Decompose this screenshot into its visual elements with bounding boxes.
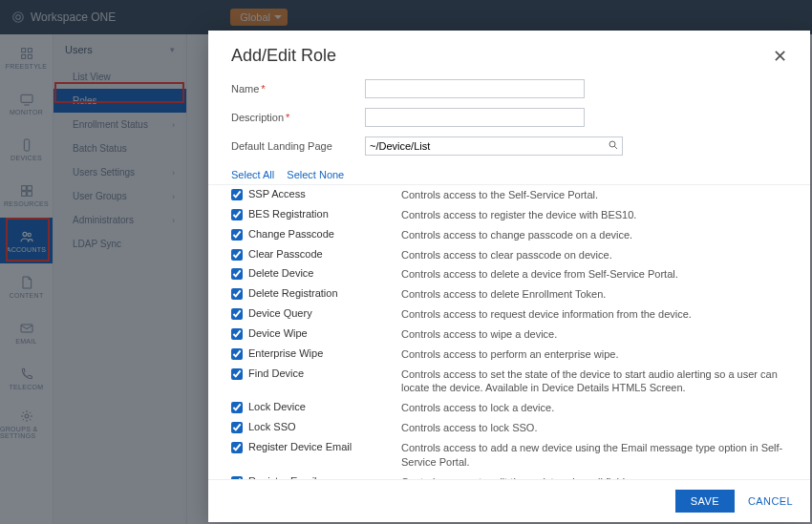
permission-row: SSP AccessControls access to the Self-Se… xyxy=(231,185,787,205)
permissions-list: SSP AccessControls access to the Self-Se… xyxy=(208,184,810,479)
permission-checkbox[interactable] xyxy=(231,402,243,413)
permission-description: Controls access to lock SSO. xyxy=(401,421,787,435)
permission-name: Delete Device xyxy=(248,267,401,279)
search-icon[interactable] xyxy=(608,139,619,151)
permission-description: Controls access to clear passcode on dev… xyxy=(401,248,787,262)
permission-name: BES Registration xyxy=(248,208,401,220)
permission-description: Controls access to register the device w… xyxy=(401,208,787,222)
permission-checkbox[interactable] xyxy=(231,189,243,200)
permission-description: Controls access to request device inform… xyxy=(401,307,787,322)
permission-name: Find Device xyxy=(248,367,401,379)
description-label: Description xyxy=(231,112,284,123)
permission-description: Controls access to the Self-Service Port… xyxy=(401,188,787,202)
permission-name: Lock SSO xyxy=(248,421,401,432)
permission-row: BES RegistrationControls access to regis… xyxy=(231,205,787,225)
permission-checkbox[interactable] xyxy=(231,368,243,380)
permission-checkbox[interactable] xyxy=(231,308,243,320)
permission-checkbox[interactable] xyxy=(231,348,243,360)
select-all-link[interactable]: Select All xyxy=(231,169,274,180)
permission-row: Clear PasscodeControls access to clear p… xyxy=(231,245,787,265)
name-label: Name xyxy=(231,83,259,94)
cancel-button[interactable]: CANCEL xyxy=(748,495,793,507)
permission-name: Change Passcode xyxy=(248,228,401,240)
permission-row: Enterprise WipeControls access to perfor… xyxy=(231,345,787,365)
permission-name: Delete Registration xyxy=(248,287,401,299)
permission-description: Controls access to set the state of the … xyxy=(401,367,787,396)
permission-checkbox[interactable] xyxy=(231,288,243,300)
permission-name: SSP Access xyxy=(248,188,401,199)
permission-checkbox[interactable] xyxy=(231,442,243,453)
permission-description: Controls access to wipe a device. xyxy=(401,327,787,342)
permission-description: Controls access to perform an enterprise… xyxy=(401,347,787,362)
permission-row: Delete RegistrationControls access to de… xyxy=(231,284,787,304)
landing-page-input[interactable] xyxy=(365,136,623,156)
landing-page-label: Default Landing Page xyxy=(231,140,332,152)
permission-checkbox[interactable] xyxy=(231,328,243,340)
permission-row: Delete DeviceControls access to delete a… xyxy=(231,264,787,284)
permission-name: Clear Passcode xyxy=(248,248,401,260)
permission-name: Enterprise Wipe xyxy=(248,347,401,359)
permission-description: Controls access to change passcode on a … xyxy=(401,228,787,242)
required-icon: * xyxy=(286,112,289,123)
close-icon[interactable]: ✕ xyxy=(773,48,787,65)
permission-row: Register EmailControls access to edit th… xyxy=(231,472,787,479)
description-input[interactable] xyxy=(365,108,585,127)
permission-checkbox[interactable] xyxy=(231,422,243,433)
required-icon: * xyxy=(261,83,265,94)
permission-row: Device QueryControls access to request d… xyxy=(231,304,787,325)
permission-row: Register Device EmailControls access to … xyxy=(231,438,787,472)
permission-row: Change PasscodeControls access to change… xyxy=(231,225,787,245)
permission-name: Register Device Email xyxy=(248,441,401,452)
svg-point-17 xyxy=(609,141,615,147)
save-button[interactable]: SAVE xyxy=(675,490,735,513)
permission-description: Controls access to add a new device usin… xyxy=(401,441,787,470)
permission-row: Lock DeviceControls access to lock a dev… xyxy=(231,398,787,418)
add-edit-role-modal: Add/Edit Role ✕ Name* Description* Defau… xyxy=(208,31,810,522)
permission-checkbox[interactable] xyxy=(231,268,243,280)
permission-name: Device Wipe xyxy=(248,327,401,339)
permission-row: Find DeviceControls access to set the st… xyxy=(231,365,787,399)
name-input[interactable] xyxy=(365,79,585,98)
permission-description: Controls access to delete a device from … xyxy=(401,267,787,282)
permission-description: Controls access to delete Enrollment Tok… xyxy=(401,287,787,302)
modal-title: Add/Edit Role xyxy=(231,46,336,66)
select-none-link[interactable]: Select None xyxy=(287,169,344,180)
permission-row: Lock SSOControls access to lock SSO. xyxy=(231,418,787,438)
permission-row: Device WipeControls access to wipe a dev… xyxy=(231,325,787,345)
permission-checkbox[interactable] xyxy=(231,249,243,261)
permission-description: Controls access to lock a device. xyxy=(401,401,787,415)
permission-name: Lock Device xyxy=(248,401,401,412)
svg-line-18 xyxy=(614,146,617,149)
permission-checkbox[interactable] xyxy=(231,229,243,241)
permission-name: Device Query xyxy=(248,307,401,319)
permission-checkbox[interactable] xyxy=(231,209,243,220)
